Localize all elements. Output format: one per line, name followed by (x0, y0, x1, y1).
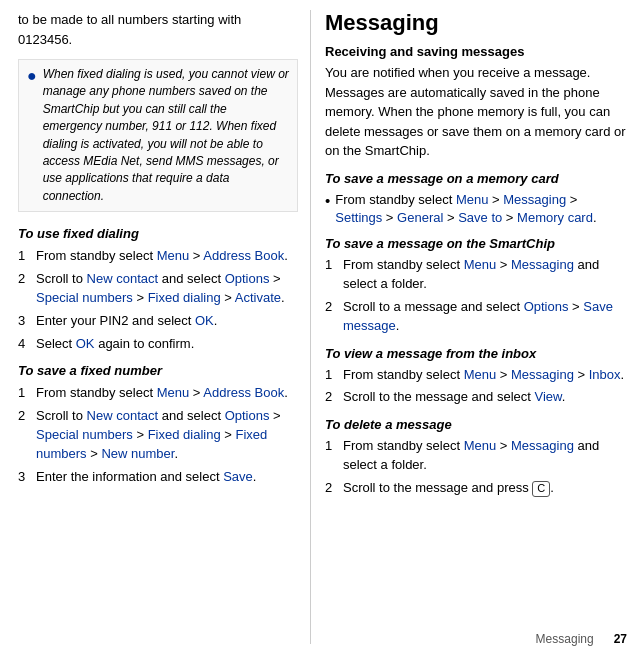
step-text: From standby select Menu > Messaging and… (343, 437, 627, 475)
step-number: 4 (18, 335, 34, 354)
step-text: From standby select Menu > Address Book. (36, 247, 298, 266)
save-fixed-number-steps: 1 From standby select Menu > Address Boo… (18, 384, 298, 486)
delete-message-steps: 1 From standby select Menu > Messaging a… (325, 437, 627, 498)
link-new-contact: New contact (87, 271, 159, 286)
body-text-receiving: You are notified when you receive a mess… (325, 63, 627, 161)
step-item: 2 Scroll to the message and press C. (325, 479, 627, 498)
bullet-dot: • (325, 191, 330, 211)
link-menu: Menu (157, 248, 190, 263)
step-item: 3 Enter the information and select Save. (18, 468, 298, 487)
warning-block: ● When fixed dialing is used, you cannot… (18, 59, 298, 212)
page-heading: Messaging (325, 10, 627, 36)
step-item: 1 From standby select Menu > Address Boo… (18, 384, 298, 403)
subsection-title-receiving: Receiving and saving messages (325, 44, 627, 59)
use-fixed-dialing-steps: 1 From standby select Menu > Address Boo… (18, 247, 298, 353)
link-ok-confirm: OK (76, 336, 95, 351)
link-menu: Menu (157, 385, 190, 400)
warning-text: When fixed dialing is used, you cannot v… (43, 66, 289, 205)
step-text: Scroll to New contact and select Options… (36, 270, 298, 308)
link-inbox: Inbox (589, 367, 621, 382)
link-menu: Menu (456, 192, 489, 207)
step-item: 1 From standby select Menu > Messaging a… (325, 437, 627, 475)
step-number: 1 (325, 437, 341, 456)
step-item: 2 Scroll to New contact and select Optio… (18, 407, 298, 464)
link-ok: OK (195, 313, 214, 328)
link-fixed-dialing: Fixed dialing (148, 290, 221, 305)
page-container: to be made to all numbers starting with … (0, 0, 641, 654)
step-text: Scroll to New contact and select Options… (36, 407, 298, 464)
footer-section-label: Messaging (536, 632, 594, 646)
step-number: 2 (325, 479, 341, 498)
section-title-use-fixed-dialing: To use fixed dialing (18, 226, 298, 241)
step-number: 1 (18, 384, 34, 403)
step-number: 3 (18, 468, 34, 487)
step-text: Scroll to a message and select Options >… (343, 298, 627, 336)
section-title-save-memory-card: To save a message on a memory card (325, 171, 627, 186)
step-text: Select OK again to confirm. (36, 335, 298, 354)
step-number: 1 (325, 366, 341, 385)
link-settings: Settings (335, 210, 382, 225)
warning-icon: ● (27, 67, 37, 85)
bullet-item: • From standby select Menu > Messaging >… (325, 191, 627, 229)
left-column: to be made to all numbers starting with … (0, 10, 310, 644)
link-messaging: Messaging (503, 192, 566, 207)
step-text: Scroll to the message and press C. (343, 479, 627, 498)
link-menu: Menu (464, 438, 497, 453)
step-item: 1 From standby select Menu > Address Boo… (18, 247, 298, 266)
save-smartchip-steps: 1 From standby select Menu > Messaging a… (325, 256, 627, 335)
step-text: From standby select Menu > Address Book. (36, 384, 298, 403)
step-text: From standby select Menu > Messaging > I… (343, 366, 627, 385)
step-number: 1 (18, 247, 34, 266)
step-item: 2 Scroll to the message and select View. (325, 388, 627, 407)
link-special-numbers: Special numbers (36, 290, 133, 305)
link-special-numbers: Special numbers (36, 427, 133, 442)
c-key-badge: C (532, 481, 550, 497)
link-fixed-dialing-2: Fixed dialing (148, 427, 221, 442)
step-text: Scroll to the message and select View. (343, 388, 627, 407)
step-number: 2 (325, 388, 341, 407)
section-title-save-fixed-number: To save a fixed number (18, 363, 298, 378)
link-save-message: Save message (343, 299, 613, 333)
link-memory-card: Memory card (517, 210, 593, 225)
step-item: 1 From standby select Menu > Messaging >… (325, 366, 627, 385)
footer-page-number: 27 (614, 632, 627, 646)
link-address-book: Address Book (203, 385, 284, 400)
step-text: Enter your PIN2 and select OK. (36, 312, 298, 331)
right-column: Messaging Receiving and saving messages … (310, 10, 641, 644)
step-number: 2 (18, 407, 34, 426)
step-number: 2 (18, 270, 34, 289)
step-number: 2 (325, 298, 341, 317)
step-item: 2 Scroll to a message and select Options… (325, 298, 627, 336)
link-messaging: Messaging (511, 257, 574, 272)
step-item: 3 Enter your PIN2 and select OK. (18, 312, 298, 331)
link-options: Options (524, 299, 569, 314)
link-view: View (535, 389, 562, 404)
intro-text: to be made to all numbers starting with … (18, 10, 298, 49)
link-activate: Activate (235, 290, 281, 305)
link-menu: Menu (464, 257, 497, 272)
step-text: Enter the information and select Save. (36, 468, 298, 487)
link-address-book: Address Book (203, 248, 284, 263)
step-item: 2 Scroll to New contact and select Optio… (18, 270, 298, 308)
link-options: Options (225, 271, 270, 286)
step-text: From standby select Menu > Messaging > S… (335, 191, 627, 229)
section-title-view-inbox: To view a message from the inbox (325, 346, 627, 361)
view-inbox-steps: 1 From standby select Menu > Messaging >… (325, 366, 627, 408)
section-title-save-smartchip: To save a message on the SmartChip (325, 236, 627, 251)
step-item: 4 Select OK again to confirm. (18, 335, 298, 354)
step-item: 1 From standby select Menu > Messaging a… (325, 256, 627, 294)
link-new-number: New number (101, 446, 174, 461)
step-text: From standby select Menu > Messaging and… (343, 256, 627, 294)
link-messaging: Messaging (511, 438, 574, 453)
link-general: General (397, 210, 443, 225)
link-menu: Menu (464, 367, 497, 382)
step-number: 1 (325, 256, 341, 275)
step-number: 3 (18, 312, 34, 331)
link-options: Options (225, 408, 270, 423)
link-save: Save (223, 469, 253, 484)
link-messaging: Messaging (511, 367, 574, 382)
link-save-to: Save to (458, 210, 502, 225)
link-new-contact: New contact (87, 408, 159, 423)
section-title-delete-message: To delete a message (325, 417, 627, 432)
